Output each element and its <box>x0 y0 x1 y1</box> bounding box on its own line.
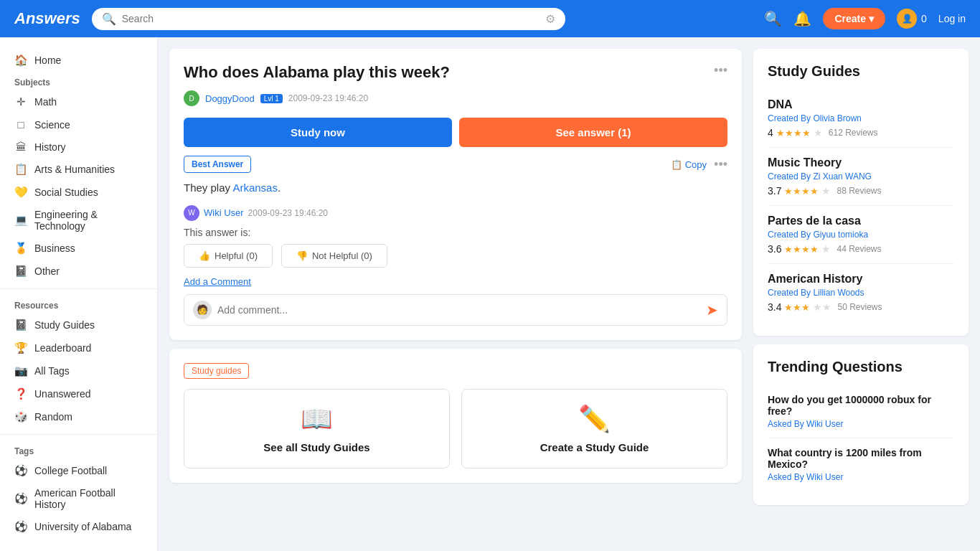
sidebar-item-social[interactable]: 💛 Social Studies <box>0 181 157 204</box>
american-football-icon: ⚽ <box>14 492 27 505</box>
add-comment-link[interactable]: Add a Comment <box>184 276 727 287</box>
search-icon-header[interactable]: 🔍 <box>764 10 782 27</box>
review-count: 50 Reviews <box>837 302 882 312</box>
answer-wiki-user[interactable]: Wiki User <box>204 207 244 218</box>
main: Who does Alabama play this week? ••• D D… <box>158 37 980 551</box>
sidebar-item-home[interactable]: 🏠 Home <box>0 49 157 72</box>
best-answer-badge: Best Answer <box>184 156 251 173</box>
social-icon: 💛 <box>14 186 27 199</box>
sidebar-divider2 <box>0 434 157 435</box>
search-bar[interactable]: 🔍 ⚙ <box>92 8 565 30</box>
science-icon: □ <box>14 118 27 131</box>
college-football-icon: ⚽ <box>14 464 27 477</box>
login-button[interactable]: Log in <box>938 13 966 24</box>
chevron-down-icon: ▾ <box>869 13 874 24</box>
study-guide-partes: Partes de la casa Created By Giyuu tomio… <box>768 206 954 264</box>
sg-ah-stars: 3.4 ★★★★★ 50 Reviews <box>768 301 954 313</box>
random-icon: 🎲 <box>14 410 27 423</box>
sidebar-item-university-alabama[interactable]: ⚽ University of Alabama <box>0 515 157 538</box>
sg-partes-stars: 3.6 ★★★★★ 44 Reviews <box>768 243 954 255</box>
university-icon: ⚽ <box>14 520 27 533</box>
sidebar-item-history[interactable]: 🏛 History <box>0 136 157 158</box>
create-label: Create a Study Guide <box>473 441 715 453</box>
header-right: 🔍 🔔 Create ▾ 👤 0 Log in <box>764 8 966 29</box>
question-more-icon[interactable]: ••• <box>714 63 727 78</box>
answer-link[interactable]: Arkansas <box>232 182 278 194</box>
trending-title: Trending Questions <box>768 359 954 375</box>
business-icon: 🏅 <box>14 242 27 255</box>
star-icons: ★★★★ <box>776 128 811 138</box>
right-study-guides-card: Study Guides DNA Created By Olivia Brown… <box>753 49 969 336</box>
answer-more-icon[interactable]: ••• <box>714 157 727 172</box>
study-guides-card: Study guides 📖 See all Study Guides ✏️ C… <box>169 349 742 483</box>
see-all-label: See all Study Guides <box>196 441 438 453</box>
logo: Answers <box>14 9 80 28</box>
rating-value: 4 <box>768 127 773 138</box>
subjects-label: Subjects <box>0 72 157 90</box>
question-user[interactable]: DoggyDood <box>205 93 255 104</box>
tags-label: Tags <box>0 441 157 459</box>
right-sidebar: Study Guides DNA Created By Olivia Brown… <box>753 49 969 540</box>
copy-button[interactable]: 📋 Copy <box>671 159 707 170</box>
sidebar-item-arts[interactable]: 📋 Arts & Humanities <box>0 158 157 181</box>
trending-item-mexico: What country is 1200 miles from Mexico? … <box>768 438 954 491</box>
rating-value: 3.4 <box>768 301 781 313</box>
notification-icon[interactable]: 🔔 <box>793 10 811 27</box>
comment-input[interactable] <box>217 304 700 316</box>
sidebar-item-study-guides[interactable]: 📓 Study Guides <box>0 314 157 336</box>
avatar-icon: 👤 <box>902 14 913 24</box>
sg-dna-title[interactable]: DNA <box>768 98 954 111</box>
sidebar-item-unanswered[interactable]: ❓ Unanswered <box>0 382 157 405</box>
level-badge: Lvl 1 <box>260 94 283 103</box>
sidebar-item-business[interactable]: 🏅 Business <box>0 237 157 260</box>
filter-icon[interactable]: ⚙ <box>545 12 555 26</box>
not-helpful-button[interactable]: 👎 Not Helpful (0) <box>281 244 387 268</box>
comment-send-icon[interactable]: ➤ <box>706 301 718 319</box>
search-input[interactable] <box>122 13 540 24</box>
sidebar-item-leaderboard[interactable]: 🏆 Leaderboard <box>0 336 157 359</box>
study-now-button[interactable]: Study now <box>184 118 452 147</box>
sidebar-item-science[interactable]: □ Science <box>0 113 157 136</box>
review-count: 612 Reviews <box>829 128 878 138</box>
sidebar-item-college-football[interactable]: ⚽ College Football <box>0 459 157 482</box>
answer-header: Best Answer 📋 Copy ••• <box>184 156 727 173</box>
comment-input-row: 🧑 ➤ <box>184 294 727 326</box>
sidebar-item-random[interactable]: 🎲 Random <box>0 405 157 428</box>
engineering-icon: 💻 <box>14 214 27 227</box>
other-icon: 📓 <box>14 265 27 278</box>
sidebar-item-engineering[interactable]: 💻 Engineering & Technology <box>0 204 157 237</box>
question-card: Who does Alabama play this week? ••• D D… <box>169 49 742 340</box>
thumbs-down-icon: 👎 <box>296 250 308 261</box>
thumbs-up-icon: 👍 <box>199 250 210 261</box>
trending-q1-asked: Asked By Wiki User <box>768 419 954 429</box>
sidebar-item-other[interactable]: 📓 Other <box>0 260 157 283</box>
header: Answers 🔍 ⚙ 🔍 🔔 Create ▾ 👤 0 Log in <box>0 0 980 37</box>
home-icon: 🏠 <box>14 54 27 67</box>
answer-text: They play Arkansas. <box>184 180 727 197</box>
study-guide-music: Music Theory Created By Zi Xuan WANG 3.7… <box>768 148 954 206</box>
trending-q2-title[interactable]: What country is 1200 miles from Mexico? <box>768 447 954 470</box>
layout: 🏠 Home Subjects ✛ Math □ Science 🏛 Histo… <box>0 37 980 551</box>
main-center: Who does Alabama play this week? ••• D D… <box>169 49 742 540</box>
see-all-study-guides-item[interactable]: 📖 See all Study Guides <box>184 389 450 468</box>
create-study-guide-item[interactable]: ✏️ Create a Study Guide <box>461 389 727 468</box>
sg-ah-title[interactable]: American History <box>768 273 954 286</box>
comment-avatar: 🧑 <box>193 301 212 319</box>
answer-wiki-meta: W Wiki User 2009-09-23 19:46:20 <box>184 205 727 221</box>
star-icons: ★★★★ <box>784 186 819 197</box>
answer-actions: 📋 Copy ••• <box>671 157 727 172</box>
sg-partes-title[interactable]: Partes de la casa <box>768 215 954 227</box>
sg-partes-creator: Created By Giyuu tomioka <box>768 230 954 240</box>
sidebar-item-math[interactable]: ✛ Math <box>0 90 157 113</box>
sidebar: 🏠 Home Subjects ✛ Math □ Science 🏛 Histo… <box>0 37 158 551</box>
sidebar-item-american-football[interactable]: ⚽ American Football History <box>0 482 157 515</box>
trending-q1-title[interactable]: How do you get 1000000 robux for free? <box>768 394 954 417</box>
sidebar-item-all-tags[interactable]: 📷 All Tags <box>0 359 157 382</box>
question-meta: D DoggyDood Lvl 1 2009-09-23 19:46:20 <box>184 90 727 106</box>
create-button[interactable]: Create ▾ <box>823 8 885 29</box>
see-answer-button[interactable]: See answer (1) <box>459 118 727 147</box>
avatar[interactable]: 👤 <box>897 9 917 29</box>
leaderboard-icon: 🏆 <box>14 342 27 354</box>
sg-music-title[interactable]: Music Theory <box>768 156 954 169</box>
helpful-button[interactable]: 👍 Helpful (0) <box>184 244 273 268</box>
